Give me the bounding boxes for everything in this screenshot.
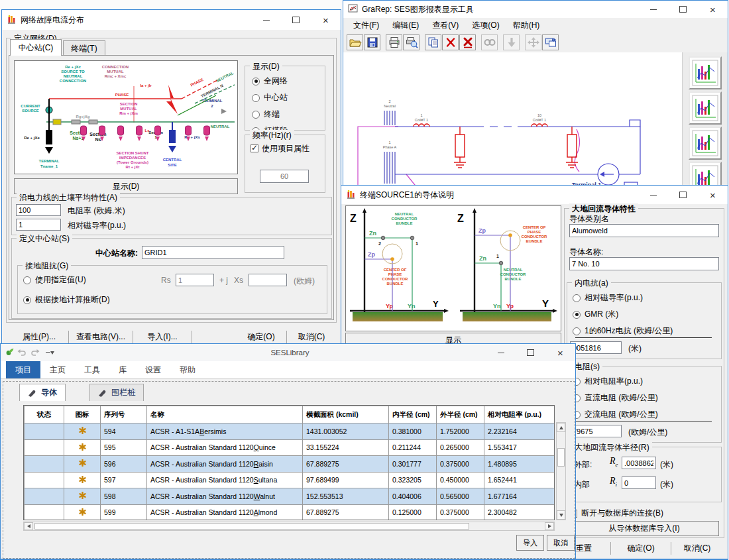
grarep-canvas[interactable]: 2 Neutral 1 Phase A 1 Coil#T 1 10 Coil#T…	[343, 52, 728, 189]
display-option-0[interactable]: 全网络	[252, 76, 325, 87]
table-row[interactable]: 599ACSR - Australian Standard 1120Almond…	[25, 504, 555, 520]
scroll-down-arrow[interactable]	[557, 510, 565, 520]
disconnect-checkbox-row[interactable]: 断开与数据库的连接(B)	[569, 508, 663, 519]
menu-item-4[interactable]: 帮助(H)	[507, 19, 546, 32]
display-radio[interactable]	[252, 78, 260, 85]
conductor-minimize-button[interactable]	[638, 186, 668, 204]
reactance-option-1[interactable]: GMR (米)	[573, 309, 721, 320]
column-header-2[interactable]: 序列号	[101, 406, 147, 423]
ribbon-tab-0[interactable]: 项目	[6, 361, 40, 378]
delete-icon[interactable]	[442, 34, 459, 50]
resistance-option-2[interactable]: 交流电阻 (欧姆/公里)	[573, 409, 721, 420]
rs-input[interactable]	[176, 274, 214, 286]
use-project-checkbox[interactable]	[251, 144, 258, 152]
column-header-7[interactable]: 相对电阻率 (p.u.)	[484, 406, 555, 423]
use-project-checkbox-row[interactable]: 使用项目属性	[251, 144, 309, 153]
view-circuit-button[interactable]: 查看电路(V)...	[69, 329, 133, 345]
conductor-name-input[interactable]	[569, 257, 719, 270]
save-icon[interactable]	[364, 34, 380, 50]
menu-item-3[interactable]: 选项(O)	[466, 19, 505, 32]
pan-icon[interactable]	[525, 34, 541, 50]
print-icon[interactable]	[386, 34, 402, 50]
table-row[interactable]: 598ACSR - Australian Standard 1120Walnut…	[25, 488, 555, 505]
ribbon-tab-4[interactable]: 设置	[136, 361, 170, 378]
tab-central-site[interactable]: 中心站(C)	[10, 39, 62, 56]
resistivity-input[interactable]	[16, 204, 61, 216]
display-radio[interactable]	[252, 94, 260, 102]
import-from-db-button[interactable]: 从导体数据库导入(I)	[569, 521, 719, 536]
scroll-right-arrow[interactable]	[545, 522, 554, 530]
resistance-value-input[interactable]	[570, 425, 622, 437]
table-row[interactable]: 596ACSR - Australian Standard 1120Raisin…	[25, 456, 555, 473]
cascade-icon[interactable]	[542, 34, 559, 50]
seslibrary-cancel-button[interactable]: 取消	[547, 535, 575, 551]
report-thumbnail-2[interactable]	[689, 91, 722, 125]
reactance-option-0[interactable]: 相对磁导率(p.u.)	[573, 292, 721, 304]
seslibrary-minimize-button[interactable]	[486, 344, 516, 361]
reactance-option-2[interactable]: 1的60Hz电抗 (欧姆/公里)	[573, 325, 721, 337]
properties-button[interactable]: 属性(P)...	[10, 329, 68, 345]
grarep-close-button[interactable]: ×	[698, 1, 728, 18]
horizontal-scroll-thumb[interactable]	[34, 523, 469, 530]
reactance-radio[interactable]	[573, 327, 581, 335]
find-icon[interactable]	[481, 34, 498, 50]
seslibrary-close-button[interactable]: ×	[545, 344, 575, 361]
permeability-input[interactable]	[16, 219, 61, 231]
conductor-maximize-button[interactable]	[668, 186, 698, 204]
gmr-value-input[interactable]	[570, 341, 622, 354]
conductor-class-input[interactable]	[569, 224, 719, 237]
ribbon-tab-2[interactable]: 工具	[75, 361, 109, 378]
ribbon-tab-1[interactable]: 主页	[40, 361, 75, 378]
display-option-2[interactable]: 终端	[252, 109, 325, 120]
reactance-radio[interactable]	[573, 294, 581, 302]
reactance-radio[interactable]	[573, 311, 581, 319]
central-name-input[interactable]	[142, 246, 284, 259]
doc-tab-1[interactable]: 围栏桩	[89, 384, 144, 401]
column-header-6[interactable]: 外半径 (cm)	[437, 406, 484, 423]
use-specified-radio-row[interactable]: 使用指定值(U)	[23, 274, 86, 286]
report-thumbnail-3[interactable]	[689, 127, 722, 160]
table-row[interactable]: 595ACSR - Australian Standard 1120Quince…	[25, 439, 555, 456]
fault-close-button[interactable]: ×	[311, 10, 341, 30]
ribbon-tab-3[interactable]: 库	[109, 361, 136, 378]
seslibrary-import-button[interactable]: 导入	[516, 535, 544, 551]
grarep-maximize-button[interactable]	[668, 1, 698, 18]
outer-radius-input[interactable]	[622, 457, 656, 469]
display-option-1[interactable]: 中心站	[252, 92, 325, 103]
table-horizontal-scrollbar[interactable]	[23, 522, 555, 531]
table-row[interactable]: 597ACSR - Australian Standard 1120Sultan…	[25, 472, 555, 488]
ribbon-tab-5[interactable]: 帮助	[170, 361, 205, 378]
use-specified-radio[interactable]	[23, 276, 31, 284]
seslibrary-maximize-button[interactable]	[516, 344, 545, 361]
inner-radius-input[interactable]	[622, 476, 656, 489]
derive-radio[interactable]	[23, 296, 31, 304]
doc-tab-0[interactable]: 导体	[19, 384, 66, 401]
import-button[interactable]: 导入(I)...	[133, 329, 192, 345]
vertical-scroll-thumb[interactable]	[557, 448, 565, 467]
print-preview-icon[interactable]	[403, 34, 420, 50]
frequency-input[interactable]	[260, 170, 309, 183]
scroll-up-arrow[interactable]	[557, 423, 565, 432]
grarep-minimize-button[interactable]	[638, 1, 668, 18]
column-header-0[interactable]: 状态	[25, 406, 64, 423]
delete-all-icon[interactable]	[459, 34, 476, 50]
fault-maximize-button[interactable]	[281, 10, 311, 30]
conductor-close-button[interactable]: ×	[698, 186, 728, 204]
resistance-option-1[interactable]: 直流电阻 (欧姆/公里)	[573, 392, 721, 404]
tab-terminal[interactable]: 终端(T)	[63, 40, 105, 56]
conductor-cancel-button[interactable]: 取消(C)	[671, 541, 723, 556]
table-vertical-scrollbar[interactable]	[556, 422, 566, 520]
ok-button[interactable]: 确定(O)	[236, 329, 286, 345]
display-radio[interactable]	[252, 111, 260, 119]
menu-item-0[interactable]: 文件(F)	[347, 19, 385, 32]
column-header-5[interactable]: 内半径 (cm)	[389, 406, 437, 423]
xs-input[interactable]	[249, 274, 287, 286]
down-arrow-icon[interactable]	[503, 34, 520, 50]
table-row[interactable]: 594ACSR - A1-S1ABersimis1431.0030520.381…	[25, 423, 555, 440]
menu-item-2[interactable]: 查看(V)	[426, 19, 465, 32]
fault-minimize-button[interactable]	[251, 10, 281, 30]
open-icon[interactable]	[347, 34, 363, 50]
report-thumbnail-1[interactable]	[689, 56, 722, 89]
column-header-3[interactable]: 名称	[147, 406, 303, 423]
resistance-option-0[interactable]: 相对电阻率(p.u.)	[573, 376, 721, 387]
